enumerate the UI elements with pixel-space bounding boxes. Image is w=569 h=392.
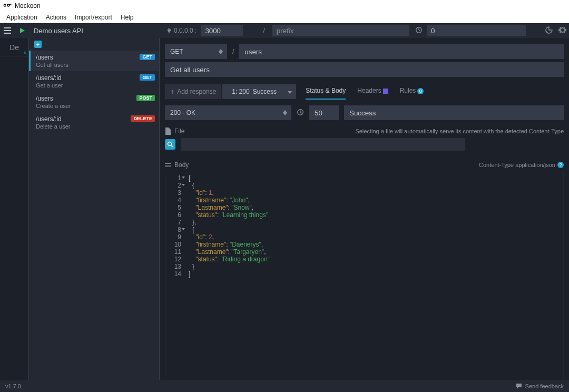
window-title: Mockoon [15,2,41,9]
method-badge: DELETE [131,115,155,122]
route-desc: Get a user [36,82,154,89]
route-description-input[interactable] [165,62,564,77]
path-input[interactable] [239,44,564,59]
method-badge: POST [136,95,155,101]
help-icon[interactable]: ? [557,162,564,168]
environment-chip[interactable]: De× [0,38,28,57]
rules-count-badge: 0 [417,88,424,94]
svg-point-0 [4,4,6,6]
latency-input[interactable] [427,25,526,36]
add-route-button[interactable]: + [34,41,42,48]
response-label-input[interactable] [344,105,564,120]
logs-button[interactable] [545,26,553,36]
route-item[interactable]: /usersGet all usersGET [29,51,159,71]
clock-icon [297,109,304,117]
statusbar: v1.7.0 Send feedback [0,380,569,392]
chevron-down-icon [288,88,292,95]
environment-name: Demo users API [34,27,83,35]
route-desc: Delete a user [36,123,154,130]
route-desc: Get all users [36,62,154,68]
add-response-button[interactable]: +Add response [165,84,221,99]
gear-icon [558,26,567,34]
route-path: /users [36,95,154,102]
environments-sidebar: De× [0,38,29,380]
plug-icon [166,27,172,34]
tab-headers[interactable]: Headers [357,87,388,96]
route-desc: Create a user [36,103,154,109]
content-type-label: Content-Type application/json [479,162,555,168]
route-path: /users/:id [36,74,154,82]
chevron-updown-icon [219,49,223,54]
method-badge: GET [140,74,155,81]
method-select[interactable]: GET [165,44,227,59]
app-logo-icon [3,2,12,10]
file-icon [165,128,171,135]
route-item[interactable]: /users/:idGet a userGET [29,71,159,92]
response-delay-input[interactable] [309,105,339,120]
toolbar: Demo users API 0.0.0.0 : / [0,23,569,38]
file-section-label: File [165,128,184,135]
version-label: v1.7.0 [5,383,21,389]
body-editor[interactable]: 1234567891011121314 [ { "id": 1, "firstn… [165,172,564,380]
file-path-input[interactable] [181,138,465,151]
port-input[interactable] [201,25,243,36]
tab-status-body[interactable]: Status & Body [306,87,346,96]
menu-toggle-button[interactable] [0,23,15,38]
route-item[interactable]: /users/:idDelete a userDELETE [29,112,159,133]
tab-rules[interactable]: Rules0 [400,87,424,96]
browse-file-button[interactable] [165,139,175,150]
hamburger-icon [4,27,11,34]
chevron-updown-icon [283,110,287,115]
prefix-input[interactable] [272,25,409,36]
method-badge: GET [140,54,155,60]
menu-help[interactable]: Help [116,13,138,22]
status-code-select[interactable]: 200 - OK [165,105,291,120]
route-item[interactable]: /usersCreate a userPOST [29,92,159,112]
response-select[interactable]: 1: 200 Success [222,84,296,99]
file-note: Selecting a file will automatically serv… [355,128,564,134]
body-menu-icon [165,163,171,167]
host-label: 0.0.0.0 : [166,27,197,34]
search-icon [167,141,173,148]
path-slash: / [232,48,234,55]
routes-panel: + /usersGet all usersGET/users/:idGet a … [29,38,160,380]
menu-application[interactable]: Application [2,13,42,22]
clock-icon [415,26,423,35]
window-titlebar: Mockoon [0,0,569,12]
path-separator: / [263,27,264,34]
menu-actions[interactable]: Actions [42,13,71,22]
menubar: ApplicationActionsImport/exportHelp [0,12,569,23]
chat-icon [516,383,522,389]
svg-point-5 [168,142,172,146]
body-section-label: Body [174,161,189,169]
headers-badge-icon [383,89,388,94]
route-path: /users [36,54,154,61]
route-editor: GET / +Add response 1: 200 Success [160,38,569,380]
settings-button[interactable] [558,26,567,36]
svg-rect-2 [169,32,170,33]
start-server-button[interactable] [15,23,30,38]
menu-import-export[interactable]: Import/export [71,13,116,22]
play-icon [19,27,25,34]
send-feedback-link[interactable]: Send feedback [516,383,564,389]
